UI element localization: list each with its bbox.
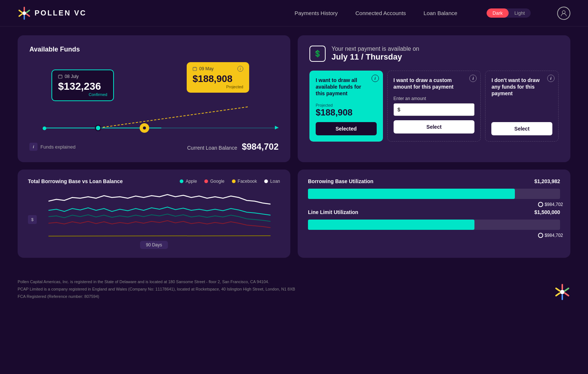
nav-connected-accounts[interactable]: Connected Accounts [355,10,406,16]
projected-bubble: 09 May i $188,908 Projected [187,62,249,93]
chart-svg-area: $ 90 Days [28,190,280,249]
confirmed-label: Confirmed [58,92,107,97]
facebook-dot-icon [232,179,236,183]
borrowing-base-marker-amount: $984,702 [545,202,563,207]
option-draw-all[interactable]: i I want to draw all available funds for… [309,71,383,142]
apple-dot-icon [180,179,183,183]
borrowing-base-bar: $984,702 [308,189,560,199]
option1-selected-button[interactable]: Selected [316,122,377,135]
option2-title: I want to draw a custom amount for this … [394,77,475,90]
currency-symbol: $ [394,104,404,115]
line-limit-marker: $984,702 [538,233,563,238]
payment-calendar-icon: 💲 [309,46,326,62]
loan-balance-amount: $984,702 [242,142,279,152]
days-badge[interactable]: 90 Days [140,241,168,249]
bottom-row: Total Borrowing Base vs Loan Balance App… [18,170,570,258]
google-dot-icon [204,179,208,183]
chart-title: Total Borrowing Base vs Loan Balance [28,178,123,184]
svg-point-6 [22,11,26,15]
projected-info-icon[interactable]: i [237,66,243,72]
user-icon[interactable] [557,7,570,20]
legend-loan: Loan [264,179,280,184]
option-no-funds[interactable]: i I don't want to draw any funds for thi… [485,71,559,142]
svg-line-20 [556,293,560,296]
footer-text: Pollen Capital Americas, Inc. is registe… [18,278,295,300]
svg-line-4 [26,10,29,13]
payment-options: i I want to draw all available funds for… [309,71,559,142]
funds-footer: i Funds explained Current Loan Balance $… [29,142,279,152]
option2-select-button[interactable]: Select [394,120,475,133]
svg-rect-11 [193,67,197,71]
option3-info-icon[interactable]: i [547,75,555,82]
line-limit-fill: $984,702 [308,220,474,230]
info-icon: i [29,143,37,151]
borrowing-base-header: Borrowing Base Utilization $1,203,982 [308,178,560,184]
projected-amount: $188,908 [193,73,243,85]
dot-current-icon [140,123,149,133]
borrowing-base-title: Borrowing Base Utilization [308,178,373,184]
funds-title: Available Funds [29,46,279,53]
svg-line-3 [26,14,29,16]
loan-dot-icon [264,179,268,183]
legend-apple: Apple [180,179,197,184]
line-limit-section: Line Limit Utilization $1,500,000 $984,7… [308,209,560,230]
option3-select-button[interactable]: Select [491,122,552,135]
chart-header: Total Borrowing Base vs Loan Balance App… [28,178,280,184]
theme-dark-button[interactable]: Dark [487,8,508,18]
chart-card: Total Borrowing Base vs Loan Balance App… [18,170,290,258]
option-custom-amount[interactable]: i I want to draw a custom amount for thi… [387,71,481,142]
svg-point-7 [562,11,565,14]
dot-start-icon [43,127,46,130]
timeline-arrow-icon [275,126,279,129]
confirmed-date-text: 08 July [65,74,79,79]
brand-name: POLLEN VC [35,9,86,17]
legend-google-label: Google [210,179,225,184]
top-row: Available Funds 08 July $132,236 Confirm… [18,35,570,162]
funds-chart-area: 08 July $132,236 Confirmed 09 May i $188… [29,62,279,136]
nav-payments-history[interactable]: Payments History [294,10,338,16]
option2-info-icon[interactable]: i [469,75,477,82]
line-limit-bar: $984,702 [308,220,560,230]
svg-line-14 [49,236,270,236]
option1-projected-label: Projected [316,103,377,107]
utilization-card: Borrowing Base Utilization $1,203,982 $9… [298,170,570,258]
legend-loan-label: Loan [270,179,280,184]
projected-label: Projected [193,85,243,89]
svg-line-19 [565,288,569,291]
line-limit-total: $1,500,000 [534,209,560,215]
loan-balance-display: Current Loan Balance $984,702 [187,142,279,152]
svg-line-17 [556,288,560,291]
option1-projected-amount: $188,908 [316,107,377,118]
footer-line2: PCAP Limited is a company registered in … [18,286,295,293]
option1-info-icon[interactable]: i [372,75,379,82]
footer-line3: FCA Registered (Reference number: 807594… [18,293,295,300]
payment-title: Your next payment is available on [331,46,419,52]
custom-amount-input[interactable] [404,104,474,115]
amount-input-wrapper: $ [394,103,475,116]
dot-confirmed-icon [95,125,101,131]
main-content: Available Funds 08 July $132,236 Confirm… [0,26,588,267]
payment-date: July 11 / Thursday [331,52,419,62]
payment-header: 💲 Your next payment is available on July… [309,46,559,62]
available-funds-card: Available Funds 08 July $132,236 Confirm… [18,35,290,162]
nav-links: Payments History Connected Accounts Loan… [294,7,570,20]
svg-line-5 [19,14,22,16]
line-limit-title: Line Limit Utilization [308,209,358,215]
footer-logo-icon [554,284,570,300]
svg-point-21 [560,290,564,294]
line-limit-header: Line Limit Utilization $1,500,000 [308,209,560,215]
amount-input-area: Enter an amount $ [394,96,475,116]
nav-loan-balance[interactable]: Loan Balance [424,10,458,16]
borrowing-base-marker-dot-icon [538,202,543,207]
legend-facebook-label: Facebook [238,179,257,184]
projected-date: 09 May i [193,66,243,72]
line-limit-marker-amount: $984,702 [545,233,563,238]
confirmed-amount: $132,236 [58,81,107,92]
funds-explained-button[interactable]: i Funds explained [29,143,75,151]
loan-balance-label: Current Loan Balance [187,145,237,151]
option3-title: I don't want to draw any funds for this … [491,77,552,97]
legend-facebook: Facebook [232,179,257,184]
theme-light-button[interactable]: Light [509,8,531,18]
confirmed-date: 08 July [58,74,107,79]
line-limit-marker-dot-icon [538,233,543,238]
